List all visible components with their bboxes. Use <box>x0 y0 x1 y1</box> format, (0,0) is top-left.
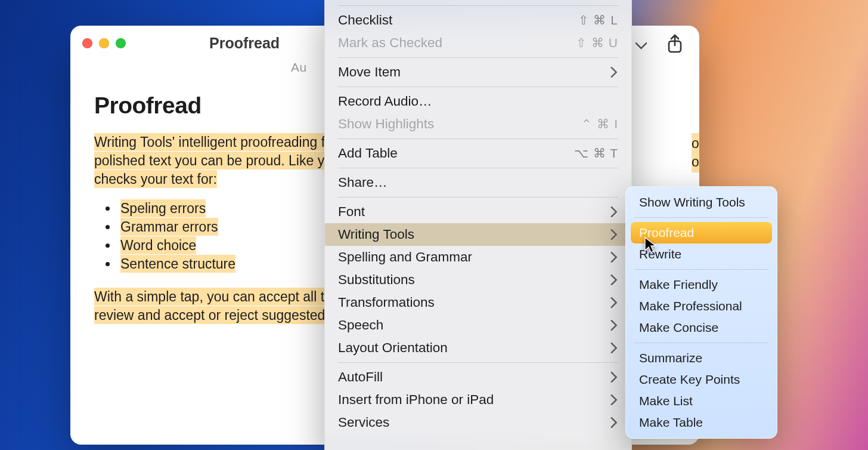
menu-writing-tools[interactable]: Writing Tools <box>325 223 631 246</box>
close-window-button[interactable] <box>82 38 92 48</box>
menu-item-label: Substitutions <box>338 272 607 288</box>
minimize-window-button[interactable] <box>99 38 109 48</box>
submenu-show-writing-tools[interactable]: Show Writing Tools <box>631 192 772 213</box>
submenu-arrow-icon <box>606 297 618 309</box>
highlighted-fragment: o <box>692 133 699 154</box>
menu-share[interactable]: Share… <box>325 171 631 194</box>
menu-record-audio[interactable]: Record Audio… <box>325 90 631 113</box>
highlighted-text: polished text you can be proud. Like yo <box>94 152 332 169</box>
submenu-make-friendly[interactable]: Make Friendly <box>631 274 772 295</box>
writing-tools-submenu: Show Writing Tools Proofread Rewrite Mak… <box>625 186 777 439</box>
chevron-down-icon[interactable] <box>635 40 648 48</box>
menu-speech[interactable]: Speech <box>325 314 631 337</box>
submenu-summarize[interactable]: Summarize <box>631 347 772 369</box>
menu-separator <box>634 269 768 270</box>
context-menu: Checklist ⇧ ⌘ L Mark as Checked ⇧ ⌘ U Mo… <box>324 0 632 450</box>
bullet-item: Sentence structure <box>120 255 235 273</box>
menu-separator <box>338 197 618 198</box>
share-icon[interactable] <box>666 34 684 54</box>
submenu-arrow-icon <box>606 394 618 406</box>
submenu-arrow-icon <box>606 417 618 429</box>
menu-item-label: Layout Orientation <box>338 340 607 356</box>
submenu-rewrite[interactable]: Rewrite <box>631 244 772 265</box>
submenu-arrow-icon <box>606 229 618 241</box>
submenu-arrow-icon <box>606 371 618 383</box>
menu-item-label: Writing Tools <box>338 227 607 242</box>
menu-item-label: Spelling and Grammar <box>338 249 607 265</box>
highlighted-text: Writing Tools' intelligent proofreading … <box>94 133 325 151</box>
menu-separator <box>338 57 618 58</box>
menu-transformations[interactable]: Transformations <box>325 291 631 314</box>
window-traffic-lights <box>82 38 126 48</box>
submenu-make-professional[interactable]: Make Professional <box>631 295 772 317</box>
menu-item-label: Speech <box>338 318 607 333</box>
menu-item-label: Checklist <box>338 13 578 28</box>
submenu-make-list[interactable]: Make List <box>631 390 772 412</box>
menu-item-label: Record Audio… <box>338 94 618 109</box>
menu-shortcut: ⇧ ⌘ L <box>578 13 618 27</box>
menu-separator <box>338 168 618 168</box>
menu-show-highlights: Show Highlights ⌃ ⌘ I <box>325 113 631 135</box>
highlighted-fragment: ol <box>692 152 699 172</box>
menu-shortcut: ⌥ ⌘ T <box>574 146 618 161</box>
menu-item-label: Add Table <box>338 146 574 161</box>
menu-separator <box>338 5 618 6</box>
submenu-make-concise[interactable]: Make Concise <box>631 317 772 338</box>
submenu-arrow-icon <box>606 274 618 286</box>
menu-autofill[interactable]: AutoFill <box>325 366 631 389</box>
submenu-arrow-icon <box>606 342 618 354</box>
menu-item-label: Font <box>338 204 607 220</box>
menu-checklist[interactable]: Checklist ⇧ ⌘ L <box>325 9 631 32</box>
menu-move-item[interactable]: Move Item <box>325 61 631 84</box>
menu-item-label: Services <box>338 415 607 430</box>
menu-separator <box>338 87 618 87</box>
menu-separator <box>634 217 768 218</box>
menu-item-label: Transformations <box>338 295 607 310</box>
menu-separator <box>338 138 618 139</box>
submenu-arrow-icon <box>606 206 618 218</box>
menu-spelling-grammar[interactable]: Spelling and Grammar <box>325 246 631 269</box>
bullet-item: Word choice <box>120 236 196 254</box>
submenu-arrow-icon <box>606 251 618 263</box>
menu-shortcut: ⇧ ⌘ U <box>576 36 618 50</box>
highlighted-text: review and accept or reject suggested <box>94 306 325 324</box>
highlighted-text: checks your text for: <box>94 170 217 188</box>
menu-services[interactable]: Services <box>325 411 631 434</box>
menu-item-label: Show Highlights <box>338 116 581 132</box>
menu-layout-orientation[interactable]: Layout Orientation <box>325 337 631 359</box>
menu-item-label: Insert from iPhone or iPad <box>338 392 607 408</box>
menu-item-label: Mark as Checked <box>338 35 576 51</box>
menu-substitutions[interactable]: Substitutions <box>325 269 631 291</box>
menu-mark-as-checked: Mark as Checked ⇧ ⌘ U <box>325 32 631 54</box>
menu-shortcut: ⌃ ⌘ I <box>581 117 618 131</box>
submenu-create-key-points[interactable]: Create Key Points <box>631 369 772 390</box>
fullscreen-window-button[interactable] <box>116 38 126 48</box>
menu-add-table[interactable]: Add Table ⌥ ⌘ T <box>325 142 631 165</box>
highlighted-text: With a simple tap, you can accept all t <box>94 288 324 306</box>
submenu-make-table[interactable]: Make Table <box>631 412 772 433</box>
submenu-arrow-icon <box>606 319 618 331</box>
bullet-item: Grammar errors <box>120 218 218 236</box>
window-title: Proofread <box>209 35 280 52</box>
menu-item-label: Move Item <box>338 64 607 80</box>
menu-item-label: AutoFill <box>338 369 607 385</box>
menu-item-label: Share… <box>338 175 618 190</box>
toolbar-right <box>635 34 684 54</box>
menu-insert-from-device[interactable]: Insert from iPhone or iPad <box>325 389 631 411</box>
bullet-item: Speling errors <box>120 199 206 217</box>
menu-separator <box>338 362 618 363</box>
submenu-arrow-icon <box>606 66 618 78</box>
menu-font[interactable]: Font <box>325 201 631 223</box>
menu-separator <box>634 343 768 343</box>
submenu-proofread[interactable]: Proofread <box>631 222 772 244</box>
